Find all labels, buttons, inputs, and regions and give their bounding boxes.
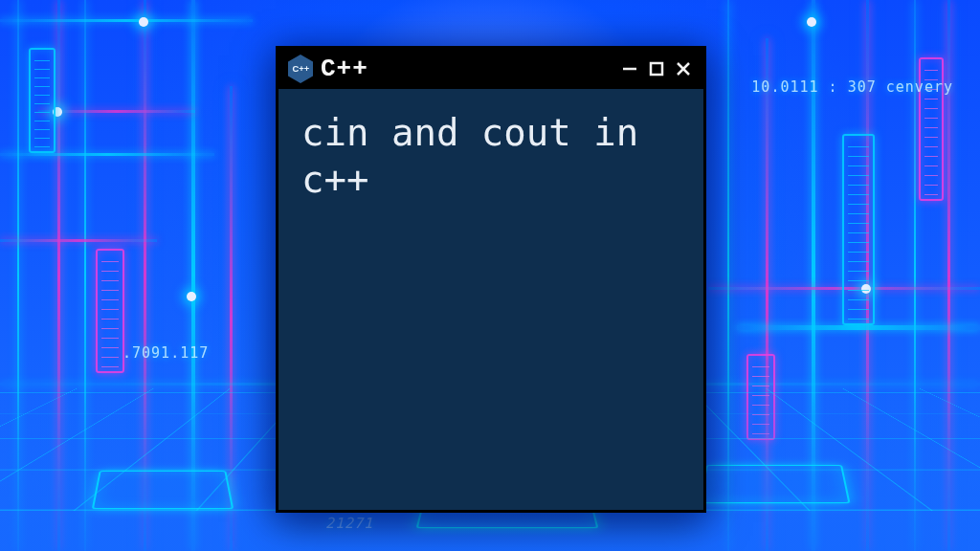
minimize-button[interactable] xyxy=(619,58,640,79)
cpp-icon-label: C++ xyxy=(292,64,309,74)
window-controls xyxy=(619,58,694,79)
minimize-icon xyxy=(621,60,638,77)
titlebar[interactable]: C++ C++ xyxy=(278,49,703,89)
cpp-icon: C++ xyxy=(288,55,313,83)
svg-rect-1 xyxy=(651,63,662,75)
terminal-window: C++ C++ cin and cout in c++ xyxy=(276,46,706,513)
close-button[interactable] xyxy=(673,58,694,79)
window-title: C++ xyxy=(321,55,612,83)
close-icon xyxy=(675,60,692,77)
maximize-button[interactable] xyxy=(646,58,667,79)
terminal-content: cin and cout in c++ xyxy=(278,89,703,510)
decorative-text-top-right: 10.0111 : 307 cenvery xyxy=(751,78,953,96)
maximize-icon xyxy=(648,60,665,77)
decorative-text-left: .7091.117 xyxy=(122,344,209,362)
